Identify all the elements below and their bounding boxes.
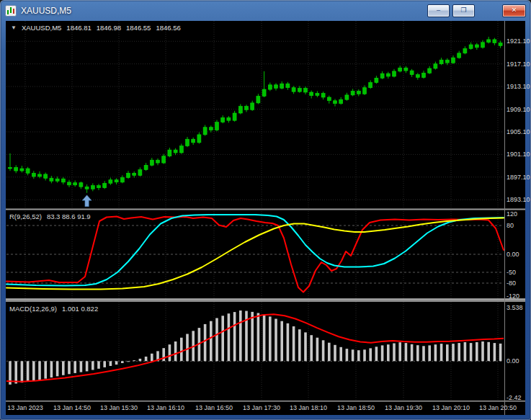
panel-separator-2[interactable]	[6, 298, 504, 303]
quote-open: 1846.81	[66, 24, 91, 32]
indicator2-panel[interactable]	[6, 302, 504, 401]
quote-close: 1846.56	[156, 24, 180, 32]
indicator2-label: MACD(12,26,9)	[9, 305, 57, 313]
collapse-arrow-icon[interactable]: ▼	[11, 24, 17, 32]
time-axis[interactable]	[6, 401, 525, 415]
quote-bar: ▼ XAUUSD,M5 1846.81 1846.98 1846.55 1846…	[11, 24, 181, 32]
indicator1-header: R(9,26,52) 83.3 88.6 91.9	[9, 213, 91, 220]
indicator1-values: 83.3 88.6 91.9	[47, 213, 91, 220]
price-axis[interactable]	[504, 21, 525, 401]
panel-separator-1[interactable]	[6, 208, 504, 210]
indicator1-panel[interactable]	[6, 210, 504, 298]
indicator1-label: R(9,26,52)	[9, 213, 42, 220]
mt4-chart-window: XAUUSD,M5 – ❐ ✕ 1921.101917.101913.10190…	[0, 0, 531, 420]
main-chart-area[interactable]	[6, 21, 504, 208]
quote-symbol: XAUUSD,M5	[22, 24, 61, 32]
indicator2-values: 1.001 0.822	[62, 305, 98, 313]
quote-low: 1846.55	[126, 24, 151, 32]
quote-high: 1846.98	[97, 24, 121, 32]
indicator2-header: MACD(12,26,9) 1.001 0.822	[9, 305, 98, 313]
